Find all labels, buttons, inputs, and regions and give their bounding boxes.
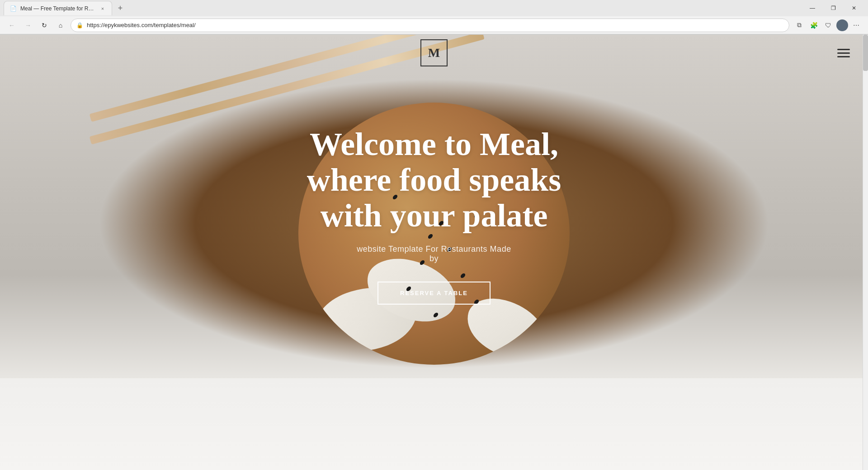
- tab-title: Meal — Free Template for Resta…: [20, 5, 95, 12]
- address-input[interactable]: [87, 22, 783, 28]
- site-logo[interactable]: M: [420, 39, 448, 66]
- tab-bar: 📄 Meal — Free Template for Resta… × + — …: [0, 0, 868, 16]
- menu-line-2: [837, 52, 850, 54]
- window-controls: — ❐ ✕: [802, 0, 864, 16]
- menu-line-3: [837, 56, 850, 57]
- website-content: M Welcome to Meal, where food speaks wit…: [0, 35, 868, 470]
- maximize-button[interactable]: ❐: [823, 0, 844, 16]
- hero-subtitle: website Template For Restaurants Made by: [276, 244, 592, 263]
- active-tab[interactable]: 📄 Meal — Free Template for Resta… ×: [4, 1, 112, 15]
- cast-icon[interactable]: ⧉: [793, 19, 806, 32]
- lock-icon: 🔒: [76, 22, 83, 28]
- logo-letter: M: [428, 46, 440, 60]
- address-bar[interactable]: 🔒: [71, 19, 789, 32]
- reserve-table-button[interactable]: RESERVE A TABLE: [377, 282, 491, 305]
- tab-close-button[interactable]: ×: [99, 5, 106, 12]
- new-tab-button[interactable]: +: [114, 2, 127, 14]
- browser-chrome: 📄 Meal — Free Template for Resta… × + — …: [0, 0, 868, 35]
- hamburger-menu-button[interactable]: [837, 49, 850, 57]
- hero-text-block: Welcome to Meal, where food speaks with …: [276, 127, 592, 305]
- tab-favicon: 📄: [9, 5, 17, 12]
- hero-headline: Welcome to Meal, where food speaks with …: [276, 127, 592, 234]
- hero-section: M Welcome to Meal, where food speaks wit…: [0, 35, 868, 378]
- extensions-icon[interactable]: 🧩: [807, 19, 820, 32]
- browser-toolbar: ← → ↻ ⌂ 🔒 ⧉ 🧩 🛡 ⋯: [0, 16, 868, 34]
- site-navigation: M: [0, 35, 868, 71]
- refresh-button[interactable]: ↻: [38, 19, 51, 32]
- profile-avatar[interactable]: [836, 19, 848, 31]
- minimize-button[interactable]: —: [802, 0, 823, 16]
- toolbar-right: ⧉ 🧩 🛡 ⋯: [793, 19, 863, 32]
- below-hero-section: [0, 378, 868, 470]
- shield-icon[interactable]: 🛡: [822, 19, 835, 32]
- close-button[interactable]: ✕: [844, 0, 864, 16]
- scrollbar[interactable]: [863, 35, 868, 470]
- home-button[interactable]: ⌂: [54, 19, 67, 32]
- forward-button[interactable]: →: [22, 19, 34, 32]
- menu-line-1: [837, 49, 850, 50]
- back-button[interactable]: ←: [5, 19, 18, 32]
- more-menu-button[interactable]: ⋯: [850, 19, 863, 32]
